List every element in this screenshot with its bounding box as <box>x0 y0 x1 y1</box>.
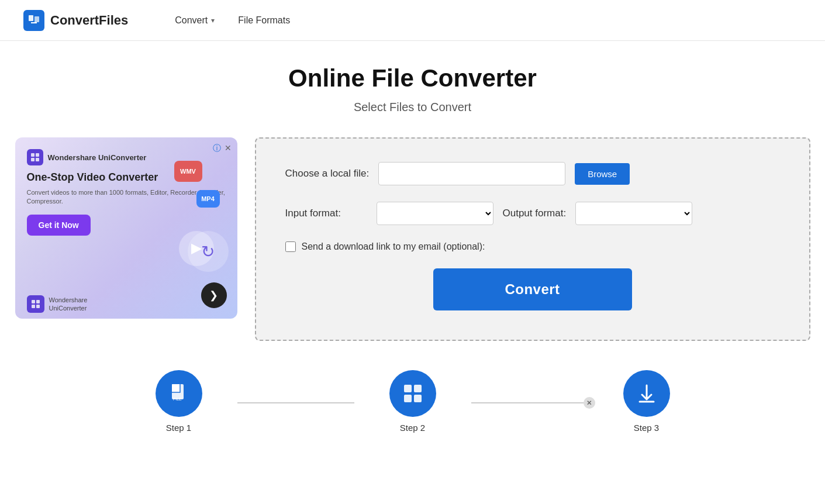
chevron-down-icon: ▾ <box>211 16 215 25</box>
svg-rect-15 <box>404 395 412 402</box>
ad-brand-icon <box>27 149 43 165</box>
logo-icon <box>23 10 44 31</box>
content-row: ⓘ ✕ Wondershare UniConverter One-Stop Vi… <box>15 137 810 341</box>
nav: Convert ▾ File Formats <box>175 15 290 26</box>
page-title: Online File Converter <box>288 64 537 92</box>
svg-rect-0 <box>29 15 33 21</box>
header: ConvertFiles Convert ▾ File Formats <box>0 0 825 41</box>
nav-file-formats[interactable]: File Formats <box>238 15 290 26</box>
step-connector-1 <box>237 402 354 403</box>
svg-rect-1 <box>34 16 39 22</box>
input-format-label: Input format: <box>285 208 367 219</box>
page-subtitle: Select Files to Convert <box>354 101 471 114</box>
output-format-select[interactable] <box>575 202 692 225</box>
wmv-badge: WMV <box>174 161 202 182</box>
output-format-label: Output format: <box>503 208 567 219</box>
step-3: Step 3 <box>588 370 705 433</box>
step-2-label: Step 2 <box>400 423 425 433</box>
ad-footer: WondershareUniConverter <box>27 295 88 313</box>
svg-rect-14 <box>414 385 422 392</box>
ad-footer-icon <box>27 295 44 313</box>
ad-info-button[interactable]: ⓘ <box>213 143 221 154</box>
svg-rect-8 <box>32 305 35 308</box>
ad-panel: ⓘ ✕ Wondershare UniConverter One-Stop Vi… <box>15 137 237 319</box>
logo-area: ConvertFiles <box>23 10 128 31</box>
step-2-circle <box>389 370 436 417</box>
nav-convert[interactable]: Convert ▾ <box>175 15 215 26</box>
ad-footer-text: WondershareUniConverter <box>49 296 88 313</box>
step-1-label: Step 1 <box>166 423 191 433</box>
email-checkbox-row: Send a download link to my email (option… <box>285 241 780 252</box>
email-checkbox-label: Send a download link to my email (option… <box>302 241 485 252</box>
refresh-icon: ↻ <box>188 231 229 272</box>
step-1: FILE Step 1 <box>120 370 237 433</box>
steps-section: FILE Step 1 Step 2 ✕ <box>120 370 705 433</box>
svg-rect-2 <box>31 153 34 157</box>
email-checkbox[interactable] <box>285 241 296 252</box>
mp4-badge: MP4 <box>196 190 220 208</box>
main-content: Online File Converter Select Files to Co… <box>0 41 825 468</box>
step-3-circle <box>623 370 670 417</box>
ad-close-button[interactable]: ✕ <box>225 143 232 153</box>
svg-rect-13 <box>404 385 412 392</box>
converter-panel: Choose a local file: Browse Input format… <box>255 137 810 341</box>
step-2: Step 2 <box>354 370 471 433</box>
ad-float-icons: WMV MP4 ▶ ↻ <box>126 155 232 272</box>
svg-rect-3 <box>36 153 39 157</box>
browse-button[interactable]: Browse <box>575 163 630 185</box>
step-connector-2: ✕ <box>471 402 588 403</box>
step-1-circle: FILE <box>156 370 202 417</box>
svg-rect-7 <box>36 300 40 303</box>
svg-rect-9 <box>36 305 40 308</box>
svg-rect-11 <box>172 384 180 392</box>
ad-cta-button[interactable]: Get it Now <box>27 215 91 236</box>
ad-next-button[interactable]: ❯ <box>201 282 227 308</box>
file-row: Choose a local file: Browse <box>285 162 780 185</box>
svg-text:FILE: FILE <box>173 397 182 401</box>
formats-row: Input format: Output format: <box>285 202 780 225</box>
step-3-label: Step 3 <box>634 423 659 433</box>
file-input[interactable] <box>378 162 565 185</box>
file-label: Choose a local file: <box>285 168 370 179</box>
svg-rect-6 <box>32 300 35 303</box>
svg-rect-5 <box>36 158 39 161</box>
convert-button[interactable]: Convert <box>433 268 632 310</box>
svg-rect-16 <box>414 395 422 402</box>
logo-text: ConvertFiles <box>50 13 128 28</box>
svg-rect-4 <box>31 158 34 161</box>
input-format-select[interactable] <box>377 202 493 225</box>
